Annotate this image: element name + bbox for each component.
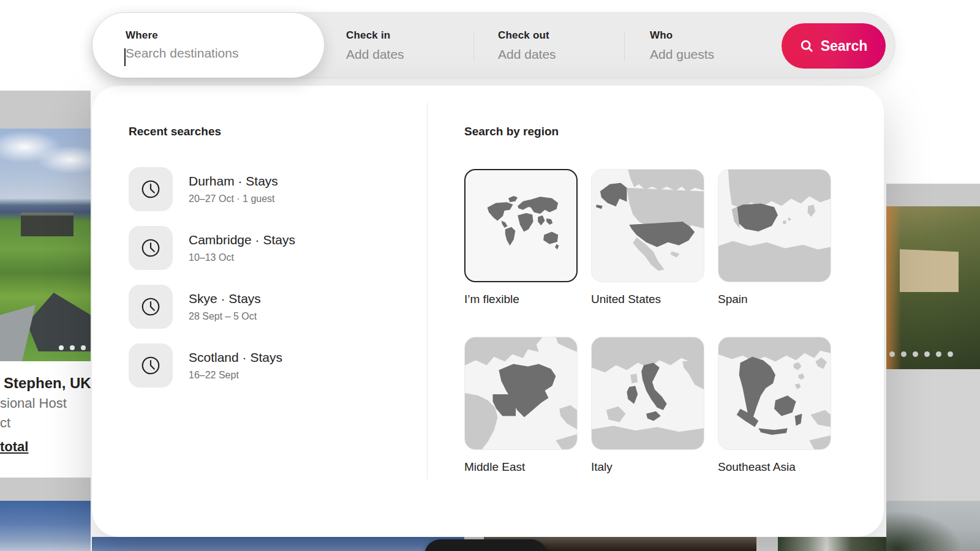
who-label: Who — [650, 29, 777, 42]
recent-searches-list: Durham · Stays 20–27 Oct · 1 guest Cambr… — [129, 167, 295, 388]
spain-map — [718, 170, 831, 282]
listing-card-text[interactable]: Stephen, UK sional Host ct total — [0, 361, 91, 478]
carousel-dots[interactable] — [59, 345, 91, 350]
search-checkout-section[interactable]: Check out Add dates — [473, 13, 624, 78]
listing-photo-farmhouse[interactable] — [886, 206, 980, 369]
region-label: Southeast Asia — [718, 460, 831, 474]
listing-card-band — [0, 478, 91, 501]
region-tile-image — [591, 337, 704, 450]
recent-subtitle: 20–27 Oct · 1 guest — [189, 193, 278, 204]
united-states-map — [592, 170, 704, 282]
recent-search-skye[interactable]: Skye · Stays 28 Sept – 5 Oct — [129, 285, 295, 329]
region-tile-image — [591, 169, 704, 282]
search-dropdown-panel: Recent searches Durham · Stays 20–27 Oct… — [92, 86, 884, 537]
search-by-region-title: Search by region — [464, 125, 831, 138]
region-label: Middle East — [464, 460, 578, 474]
recent-subtitle: 10–13 Oct — [189, 252, 295, 263]
recent-title: Durham · Stays — [189, 174, 278, 189]
recent-search-scotland[interactable]: Scotland · Stays 16–22 Sept — [129, 343, 295, 388]
checkin-value: Add dates — [346, 47, 473, 62]
region-tile-spain[interactable]: Spain — [718, 169, 831, 306]
italy-map — [592, 337, 704, 449]
search-button[interactable]: Search — [782, 23, 886, 69]
icon-box — [129, 343, 173, 388]
carousel-dots[interactable] — [889, 351, 980, 357]
region-tile-united-states[interactable]: United States — [591, 169, 704, 306]
world-map — [472, 187, 571, 265]
clock-icon — [140, 355, 161, 376]
show-map-button[interactable] — [424, 539, 547, 551]
who-value: Add guests — [650, 47, 777, 62]
region-tile-image — [464, 169, 578, 282]
checkout-label: Check out — [498, 29, 624, 42]
text-caret — [124, 48, 126, 66]
search-icon — [800, 39, 813, 53]
house-shape — [27, 293, 91, 351]
listing-host-type: sional Host — [0, 395, 67, 411]
recent-subtitle: 28 Sept – 5 Oct — [189, 311, 261, 322]
clock-icon — [140, 238, 161, 258]
airbnb-search-page: Stephen, UK sional Host ct total Where C… — [0, 0, 980, 551]
icon-box — [129, 285, 173, 329]
driveway-shape — [0, 305, 36, 361]
recent-title: Cambridge · Stays — [189, 233, 295, 247]
region-tile-image — [718, 337, 831, 450]
recent-search-cambridge[interactable]: Cambridge · Stays 10–13 Oct — [129, 226, 295, 270]
region-label: United States — [591, 293, 704, 306]
region-tile-im-flexible[interactable]: I’m flexible — [464, 169, 578, 306]
recent-searches-title: Recent searches — [129, 125, 295, 138]
checkout-value: Add dates — [498, 47, 624, 62]
region-label: I’m flexible — [464, 293, 578, 306]
recent-title: Skye · Stays — [189, 291, 261, 306]
listing-detail: ct — [0, 415, 10, 431]
listing-photo-countryside[interactable] — [0, 129, 91, 361]
grid-gap — [756, 537, 778, 551]
region-tile-italy[interactable]: Italy — [591, 337, 704, 474]
listing-card-band-right — [886, 184, 980, 206]
region-tile-southeast-asia[interactable]: Southeast Asia — [718, 337, 831, 474]
listing-photo-trees[interactable] — [886, 501, 980, 551]
search-by-region-section: Search by region — [464, 125, 831, 474]
middle-east-map — [465, 337, 577, 449]
search-button-label: Search — [821, 38, 868, 54]
listing-price-total[interactable]: total — [0, 439, 28, 455]
region-tile-image — [718, 169, 831, 282]
recent-subtitle: 16–22 Sept — [189, 370, 282, 381]
search-destinations-input[interactable] — [126, 46, 303, 61]
southeast-asia-map — [718, 337, 831, 449]
icon-box — [129, 226, 173, 270]
listing-card-top-band — [0, 91, 91, 129]
recent-title: Scotland · Stays — [189, 350, 282, 365]
listing-photo-strip-sky[interactable] — [92, 537, 464, 551]
listing-photo-sky[interactable] — [0, 501, 91, 551]
clock-icon — [140, 179, 161, 200]
farmhouse-shape — [900, 249, 959, 292]
region-tile-middle-east[interactable]: Middle East — [464, 337, 578, 474]
clock-icon — [140, 296, 161, 317]
search-where-section[interactable]: Where — [92, 13, 324, 78]
icon-box — [129, 167, 173, 211]
search-bar: Where Check in Add dates Check out Add d… — [92, 12, 895, 78]
checkin-label: Check in — [346, 29, 473, 42]
region-grid: I’m flexible Unite — [464, 169, 831, 474]
listing-host: Stephen, UK — [4, 375, 91, 392]
recent-searches-section: Recent searches Durham · Stays 20–27 Oct… — [129, 125, 295, 402]
search-checkin-section[interactable]: Check in Add dates — [324, 13, 473, 78]
region-label: Italy — [591, 460, 704, 474]
barn-shape — [21, 216, 74, 236]
region-tile-image — [464, 337, 578, 450]
listing-card-body-right — [886, 369, 980, 501]
listing-photo-strip-trees[interactable] — [778, 537, 886, 551]
recent-search-durham[interactable]: Durham · Stays 20–27 Oct · 1 guest — [129, 167, 295, 211]
search-who-section[interactable]: Who Add guests — [624, 13, 777, 78]
panel-divider — [427, 103, 428, 479]
region-label: Spain — [718, 293, 831, 306]
where-label: Where — [126, 29, 324, 42]
